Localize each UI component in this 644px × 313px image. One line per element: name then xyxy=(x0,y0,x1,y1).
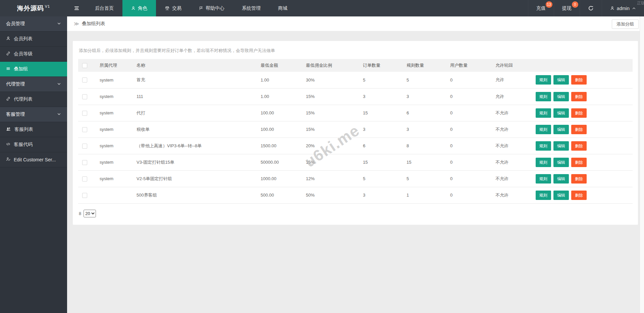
sidebar-toggle-button[interactable] xyxy=(67,0,86,16)
rule-button[interactable]: 规则 xyxy=(536,108,551,118)
main-content: ≫ 叠加组列表 添加分组 添加分组后，必须添加规则，并且规则需要对应好订单个数，… xyxy=(67,16,644,313)
edit-button[interactable]: 编辑 xyxy=(553,141,569,151)
rule-button[interactable]: 规则 xyxy=(536,92,551,101)
cell-min-amount: 100.00 xyxy=(257,105,303,121)
nav-item-3[interactable]: 交易 xyxy=(156,0,190,16)
edit-button[interactable]: 编辑 xyxy=(553,174,569,184)
chevron-down-icon xyxy=(57,82,61,87)
cell-loop: 不允许 xyxy=(492,170,532,187)
cell-loop: 不允许 xyxy=(492,121,532,138)
row-checkbox[interactable] xyxy=(82,111,87,116)
rule-button[interactable]: 规则 xyxy=(536,158,551,167)
cell-agent: system xyxy=(96,154,133,170)
nav-item-6[interactable]: 商城 xyxy=(269,0,296,16)
cell-rules: 15 xyxy=(403,154,447,170)
sidebar-item-label: 客服列表 xyxy=(14,126,33,133)
nav-item-4[interactable]: 帮助中心 xyxy=(190,0,233,16)
select-all-checkbox[interactable] xyxy=(82,63,87,68)
withdraw-badge: 0 xyxy=(572,1,578,8)
cell-loop: 不允许 xyxy=(492,187,532,203)
hint-text: 添加分组后，必须添加规则，并且规则需要对应好订单个数，若出现不对称情况，会导致用… xyxy=(78,46,633,59)
app-logo-version: V1 xyxy=(45,4,50,8)
row-checkbox[interactable] xyxy=(82,176,87,181)
main-nav: 后台首页角色交易帮助中心系统管理商城 xyxy=(67,0,528,16)
user-icon xyxy=(610,6,614,10)
delete-button[interactable]: 删除 xyxy=(571,125,587,134)
link-icon xyxy=(6,97,10,102)
cell-name: 税收单 xyxy=(133,121,257,138)
rule-button[interactable]: 规则 xyxy=(536,191,551,200)
edit-button[interactable]: 编辑 xyxy=(553,158,569,167)
edit-button[interactable]: 编辑 xyxy=(553,125,569,134)
list-icon xyxy=(6,66,10,72)
delete-button[interactable]: 删除 xyxy=(571,141,587,151)
edit-button[interactable]: 编辑 xyxy=(553,191,569,200)
sidebar-item-10[interactable]: Edit Customer Ser... xyxy=(0,152,67,167)
sidebar-item-4[interactable]: 叠加组 xyxy=(0,62,67,77)
delete-button[interactable]: 删除 xyxy=(571,92,587,101)
cell-users: 0 xyxy=(447,154,492,170)
withdraw-button[interactable]: 提现 0 xyxy=(554,0,580,16)
sidebar-item-label: 会员列表 xyxy=(14,36,33,42)
sidebar-item-8[interactable]: 客服列表 xyxy=(0,122,67,137)
nav-item-2[interactable]: 角色 xyxy=(122,0,156,16)
hamburger-icon xyxy=(74,5,79,11)
cell-min-amount: 1.00 xyxy=(257,72,303,88)
column-header: 所属代理 xyxy=(96,59,133,72)
cell-users: 0 xyxy=(447,88,492,105)
rule-button[interactable]: 规则 xyxy=(536,141,551,151)
page-size-select[interactable]: 20 xyxy=(84,210,96,217)
delete-button[interactable]: 删除 xyxy=(571,174,587,184)
cell-agent: system xyxy=(96,138,133,154)
cell-actions: 规则编辑删除 xyxy=(532,170,633,187)
table-row: system1111.0015%330允许规则编辑删除 xyxy=(78,88,633,105)
edit-button[interactable]: 编辑 xyxy=(553,75,569,85)
add-group-button[interactable]: 添加分组 xyxy=(612,19,639,29)
sidebar-item-9[interactable]: 客服代码 xyxy=(0,137,67,152)
cell-agent xyxy=(96,187,133,203)
person-icon xyxy=(131,6,136,10)
edit-button[interactable]: 编辑 xyxy=(553,92,569,101)
rule-button[interactable]: 规则 xyxy=(536,75,551,85)
cell-actions: 规则编辑删除 xyxy=(532,105,633,121)
column-header: 最低金额 xyxy=(257,59,303,72)
cell-commission: 50% xyxy=(303,187,360,203)
row-checkbox[interactable] xyxy=(82,127,87,132)
recharge-button[interactable]: 充值 13 xyxy=(528,0,554,16)
cell-commission: 15% xyxy=(303,121,360,138)
withdraw-label: 提现 xyxy=(562,5,572,11)
row-checkbox[interactable] xyxy=(82,77,87,83)
delete-button[interactable]: 删除 xyxy=(571,191,587,200)
row-checkbox[interactable] xyxy=(82,94,87,99)
rule-button[interactable]: 规则 xyxy=(536,174,551,184)
row-checkbox[interactable] xyxy=(82,193,87,198)
row-checkbox[interactable] xyxy=(82,160,87,165)
cell-commission: 15% xyxy=(303,88,360,105)
cell-name: 代打 xyxy=(133,105,257,121)
delete-button[interactable]: 删除 xyxy=(571,158,587,167)
sidebar-group-1[interactable]: 会员管理 xyxy=(0,16,67,32)
sidebar-item-2[interactable]: 会员列表 xyxy=(0,32,67,47)
cell-actions: 规则编辑删除 xyxy=(532,154,633,170)
table-row: system税收单100.0015%330不允许规则编辑删除 xyxy=(78,121,633,138)
sidebar-group-5[interactable]: 代理管理 xyxy=(0,77,67,92)
cell-loop: 允许 xyxy=(492,72,532,88)
username: admin xyxy=(617,6,630,11)
delete-button[interactable]: 删除 xyxy=(571,75,587,85)
cell-users: 0 xyxy=(447,187,492,203)
cell-actions: 规则编辑删除 xyxy=(532,121,633,138)
cell-commission: 15% xyxy=(303,105,360,121)
sidebar-item-3[interactable]: 会员等级 xyxy=(0,47,67,62)
sidebar-group-7[interactable]: 客服管理 xyxy=(0,107,67,122)
cell-min-amount: 1.00 xyxy=(257,88,303,105)
nav-item-label: 商城 xyxy=(278,5,287,11)
nav-item-5[interactable]: 系统管理 xyxy=(233,0,269,16)
edit-button[interactable]: 编辑 xyxy=(553,108,569,118)
sidebar-item-6[interactable]: 代理列表 xyxy=(0,92,67,107)
delete-button[interactable]: 删除 xyxy=(571,108,587,118)
vertical-scrollbar[interactable] xyxy=(640,16,644,313)
refresh-button[interactable] xyxy=(580,0,602,16)
row-checkbox[interactable] xyxy=(82,144,87,149)
rule-button[interactable]: 规则 xyxy=(536,125,551,134)
nav-item-1[interactable]: 后台首页 xyxy=(86,0,122,16)
